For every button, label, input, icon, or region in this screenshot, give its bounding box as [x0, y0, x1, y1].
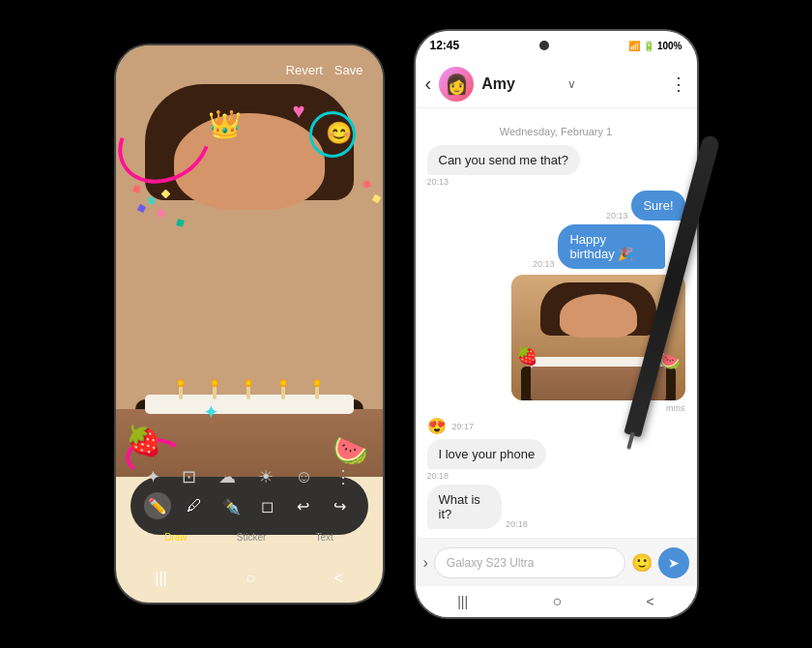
candle-2: [213, 385, 217, 399]
reaction-time: 20:17: [452, 422, 475, 431]
flame-2: [212, 379, 218, 387]
undo-tool[interactable]: ↩: [290, 492, 317, 519]
bottom-action-toolbar: ✦ ⊡ ☁ ☀ ☺ ⋮: [116, 457, 383, 496]
mini-face: [560, 294, 637, 338]
strawberry-doodle: 🍓: [126, 424, 161, 457]
message-row-1: Can you send me that? 20:13: [427, 145, 685, 187]
msg-time-3: 20:13: [533, 259, 555, 269]
top-controls: Revert Save: [286, 63, 363, 77]
reaction-row: 😍 20:17: [427, 417, 685, 435]
effects-icon[interactable]: ✦: [146, 466, 160, 487]
sparkle-doodle: ✦: [203, 400, 219, 424]
emoji-button[interactable]: 🙂: [631, 552, 652, 574]
phone-left: 👑 😊 ♥ ✦ 🍓: [114, 44, 385, 604]
nav-home-right[interactable]: ○: [553, 593, 563, 610]
send-arrow-icon: ➤: [668, 555, 680, 571]
msg-text-2: Sure!: [643, 198, 673, 213]
contact-name[interactable]: Amy: [481, 75, 560, 93]
reaction-emoji: 😍: [427, 417, 447, 435]
message-row-5: What is it? 20:18: [427, 485, 685, 529]
mms-label: mms: [666, 403, 685, 413]
heart-doodle: ♥: [292, 99, 304, 124]
wifi-icon: 📶: [628, 41, 640, 51]
pen-tool[interactable]: ✒️: [218, 492, 245, 519]
save-button[interactable]: Save: [334, 63, 363, 77]
candle-5: [315, 385, 319, 399]
msg-bubble-received-5: What is it?: [427, 485, 503, 529]
nav-recent-right[interactable]: |||: [457, 594, 468, 609]
candle-4: [281, 385, 285, 399]
flame-4: [280, 379, 286, 387]
redo-tool[interactable]: ↪: [327, 492, 354, 519]
brush-tool[interactable]: 🖊: [181, 492, 208, 519]
candle-1: [179, 385, 183, 399]
battery-percent: 100%: [657, 41, 682, 51]
nav-back-left[interactable]: <: [334, 570, 342, 587]
message-header: ‹ 👩 Amy ∨ ⋮: [416, 60, 697, 108]
cake-candles: [164, 385, 334, 399]
layers-icon[interactable]: ☁: [218, 466, 236, 487]
more-options-button[interactable]: ⋮: [670, 74, 687, 95]
msg-bubble-sent-2: Sure!: [631, 191, 684, 221]
message-row-2: 20:13 Sure!: [427, 191, 685, 221]
msg-text-5: What is it?: [439, 492, 480, 521]
message-row-4: I love your phone 20:18: [427, 439, 685, 481]
phones-container: 👑 😊 ♥ ✦ 🍓: [114, 29, 699, 619]
phone-left-content: 👑 😊 ♥ ✦ 🍓: [116, 45, 383, 603]
flame-1: [178, 379, 184, 387]
msg-time-2: 20:13: [606, 211, 628, 221]
battery-icon: 🔋: [643, 41, 654, 51]
input-placeholder: Galaxy S23 Ultra: [447, 556, 535, 570]
smiley-face-doodle: 😊: [326, 121, 352, 146]
brightness-icon[interactable]: ☀: [258, 466, 274, 487]
pencil-tool[interactable]: ✏️: [144, 492, 171, 519]
msg-bubble-birthday: Happy birthday 🎉: [558, 224, 664, 269]
chevron-down-icon[interactable]: ∨: [567, 77, 576, 91]
status-time: 12:45: [430, 39, 460, 52]
mini-strawberry: 🍓: [516, 345, 537, 367]
text-label: Text: [316, 532, 334, 543]
nav-recent-left[interactable]: |||: [155, 570, 166, 587]
crown-doodle: 👑: [208, 108, 242, 140]
flame-3: [246, 379, 251, 387]
draw-label: Draw: [164, 532, 187, 543]
eraser-tool[interactable]: ◻: [253, 492, 280, 519]
more-icon[interactable]: ⋮: [334, 466, 352, 487]
msg-time-1: 20:13: [427, 177, 450, 187]
msg-time-4: 20:18: [427, 471, 450, 481]
message-input-area: › Galaxy S23 Ultra 🙂 ➤: [416, 538, 697, 586]
nav-home-left[interactable]: ○: [246, 570, 255, 587]
revert-button[interactable]: Revert: [286, 63, 323, 77]
sticker-label: Sticker: [237, 532, 267, 543]
expand-button[interactable]: ›: [423, 554, 428, 572]
msg-text-1: Can you send me that?: [439, 153, 568, 167]
nav-bar-left: ||| ○ <: [116, 564, 383, 593]
avatar-emoji: 👩: [445, 73, 469, 96]
msg-time-5: 20:18: [506, 519, 528, 529]
camera-dot: [539, 41, 549, 50]
confetti-teal: [147, 196, 155, 204]
flame-5: [314, 379, 320, 387]
emoji-icon[interactable]: ☺: [295, 467, 312, 487]
msg-bubble-received-1: Can you send me that?: [427, 145, 580, 175]
message-input[interactable]: Galaxy S23 Ultra: [434, 547, 625, 578]
send-button[interactable]: ➤: [658, 547, 689, 578]
status-bar: 12:45 📶 🔋 100%: [416, 31, 697, 60]
contact-avatar[interactable]: 👩: [439, 67, 474, 102]
nav-bar-right: ||| ○ <: [416, 586, 697, 617]
msg-bubble-received-4: I love your phone: [427, 439, 547, 469]
msg-text-3: Happy birthday 🎉: [569, 232, 633, 261]
back-button[interactable]: ‹: [425, 73, 432, 95]
date-separator: Wednesday, February 1: [427, 126, 685, 137]
message-row-3: 20:13 Happy birthday 🎉: [427, 224, 685, 269]
candle-3: [246, 385, 250, 399]
msg-text-4: I love your phone: [439, 447, 536, 461]
tool-labels: Draw Sticker Text: [116, 532, 383, 543]
status-icons: 📶 🔋 100%: [628, 41, 682, 51]
nav-back-right[interactable]: <: [647, 594, 654, 609]
crop-icon[interactable]: ⊡: [182, 466, 196, 487]
